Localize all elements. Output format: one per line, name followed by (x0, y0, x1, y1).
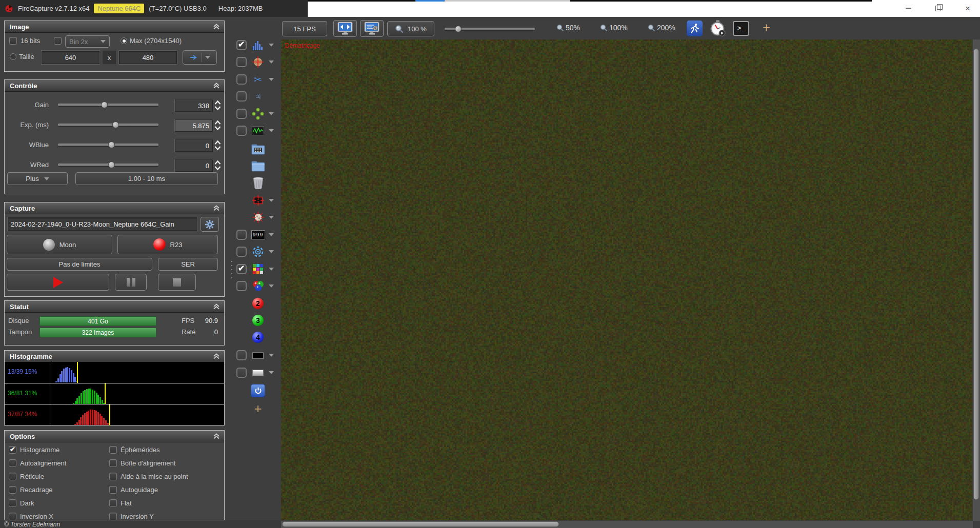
guiding-target-tool-checkbox[interactable] (236, 247, 247, 257)
filename-settings-button[interactable] (201, 217, 219, 232)
chevron-down-icon[interactable] (269, 285, 274, 288)
black-point-tool-checkbox[interactable] (236, 350, 247, 360)
zoom-slider-thumb[interactable] (455, 26, 462, 32)
apply-size-button[interactable] (183, 50, 217, 65)
zoom-level-button[interactable]: 100 % (387, 21, 434, 36)
option-checkbox-aide---la-mise-au-point[interactable] (109, 473, 117, 480)
white-point-tool-checkbox[interactable] (236, 368, 247, 378)
option-checkbox-dark[interactable] (9, 499, 16, 507)
close-button[interactable]: × (956, 0, 979, 16)
planet-detect-tool-checkbox[interactable] (236, 57, 247, 67)
options-panel-header[interactable]: Options (5, 431, 224, 442)
chevron-down-icon[interactable] (269, 268, 274, 271)
image-panel-header[interactable]: Image (5, 21, 224, 33)
collapse-chevron-icon[interactable] (213, 24, 220, 31)
collapse-chevron-icon[interactable] (213, 303, 220, 311)
speed-mode-button[interactable] (687, 21, 703, 36)
jupiter-tool-checkbox[interactable] (236, 91, 247, 101)
bin-checkbox[interactable] (54, 37, 62, 45)
taille-radio[interactable] (10, 53, 16, 60)
controle-panel-header[interactable]: Contrôle (5, 80, 224, 92)
maximize-button[interactable] (926, 0, 950, 16)
option-checkbox-bo-te-d-alignement[interactable] (109, 459, 117, 467)
frame-counter-tool-checkbox[interactable] (236, 230, 247, 240)
format-button[interactable]: SER (158, 258, 218, 271)
chevron-down-icon[interactable] (269, 250, 274, 253)
profile-3-button[interactable]: 3 (233, 313, 278, 328)
bits16-checkbox[interactable] (9, 37, 17, 45)
color-balance-tool[interactable] (233, 279, 278, 293)
collapse-chevron-icon[interactable] (213, 353, 220, 361)
record-button[interactable] (7, 274, 109, 291)
color-balance-tool-checkbox[interactable] (236, 281, 247, 291)
chevron-down-icon[interactable] (269, 199, 274, 202)
slider-2[interactable] (58, 144, 158, 146)
roi-tool[interactable] (233, 193, 278, 208)
slider-1[interactable] (58, 124, 158, 126)
seeing-monitor-tool[interactable] (233, 124, 278, 138)
slider-3[interactable] (58, 164, 158, 166)
delete-button[interactable] (233, 175, 278, 190)
value-1[interactable]: 5.875 (175, 119, 213, 132)
chevron-down-icon[interactable] (269, 112, 274, 115)
limit-button[interactable]: Pas de limites (7, 258, 152, 271)
capture-folder-button[interactable] (233, 158, 278, 173)
toolbar-drag-handle[interactable] (231, 261, 232, 262)
zoom-preset-100[interactable]: 100% (600, 24, 628, 32)
filter-button[interactable]: R23 (117, 235, 218, 254)
profile-4-button[interactable]: 4 (233, 330, 278, 344)
zoom-preset-200[interactable]: 200% (648, 24, 675, 32)
value-2[interactable]: 0 (175, 139, 213, 152)
debayer-tool[interactable] (233, 262, 278, 276)
pause-button[interactable] (115, 274, 147, 291)
exposure-range-button[interactable]: 1.00 - 10 ms (75, 172, 218, 185)
spinner-1[interactable] (214, 119, 222, 133)
histogram-tool[interactable] (233, 38, 278, 52)
option-checkbox-recadrage[interactable] (9, 486, 16, 494)
chevron-down-icon[interactable] (269, 78, 274, 81)
vertical-scrollbar[interactable] (973, 39, 980, 521)
fps-limit-button[interactable]: 15 FPS (282, 21, 327, 36)
width-input[interactable] (42, 51, 99, 64)
profile-2-button[interactable]: 2 (233, 296, 278, 311)
slider-0[interactable] (58, 104, 158, 106)
object-button[interactable]: Moon (7, 235, 112, 254)
capture-panel-header[interactable]: Capture (5, 202, 224, 214)
spinner-2[interactable] (214, 139, 222, 153)
chevron-down-icon[interactable] (269, 371, 274, 374)
seeing-monitor-tool-checkbox[interactable] (236, 126, 247, 136)
zoom-slider[interactable] (445, 28, 535, 30)
tracking-tool[interactable] (233, 210, 278, 225)
histogram-tool-checkbox[interactable] (236, 40, 247, 50)
option-checkbox-autoalignement[interactable] (9, 459, 16, 467)
horizontal-scrollbar-thumb[interactable] (282, 521, 559, 527)
slider-thumb[interactable] (101, 101, 108, 108)
power-button[interactable] (233, 383, 278, 398)
chevron-down-icon[interactable] (269, 129, 274, 132)
display-settings-button[interactable] (360, 20, 384, 37)
chevron-down-icon[interactable] (269, 354, 274, 357)
chevron-down-icon[interactable] (269, 44, 274, 47)
white-point-tool[interactable] (233, 365, 278, 380)
option-checkbox-inversion-x[interactable] (9, 513, 16, 520)
collapse-chevron-icon[interactable] (213, 205, 220, 213)
minimize-button[interactable] (896, 0, 920, 16)
black-point-tool[interactable] (233, 348, 278, 362)
collapse-chevron-icon[interactable] (213, 433, 220, 441)
value-3[interactable]: 0 (175, 159, 213, 172)
slider-thumb[interactable] (112, 121, 119, 128)
option-checkbox-r-ticule[interactable] (9, 473, 16, 480)
spinner-0[interactable] (214, 99, 222, 113)
add-toolbar-button[interactable]: + (763, 19, 770, 35)
height-input[interactable] (119, 51, 177, 64)
value-0[interactable]: 338 (175, 99, 213, 112)
horizontal-scrollbar[interactable] (281, 521, 973, 528)
debayer-tool-checkbox[interactable] (236, 264, 247, 274)
option-checkbox-flat[interactable] (109, 499, 117, 507)
slider-thumb[interactable] (108, 141, 115, 148)
timer-button[interactable] (709, 20, 726, 37)
camera-preview[interactable]: Dématriçage (281, 39, 972, 520)
stop-button[interactable] (158, 274, 196, 291)
collapse-chevron-icon[interactable] (213, 83, 220, 90)
video-folder-button[interactable] (233, 141, 278, 156)
